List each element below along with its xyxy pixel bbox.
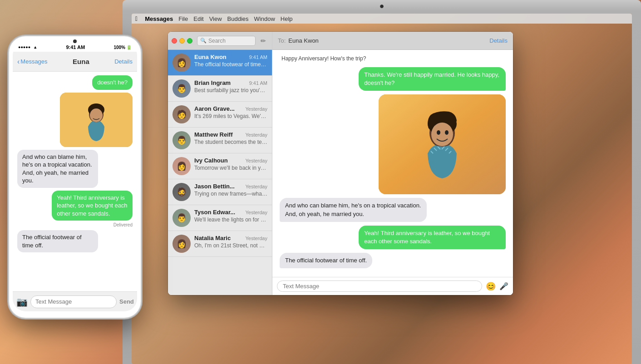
conv-time-aaron: Yesterday: [245, 106, 267, 112]
back-button[interactable]: ‹ Messages: [17, 58, 48, 66]
chat-area: To: Euna Kwon Details Happy Anniversary!…: [272, 32, 513, 295]
conv-name-natalia: Natalia Maric: [194, 235, 231, 241]
battery-label: 100%: [113, 45, 125, 50]
chat-messages: Happy Anniversary! How's the trip? Thank…: [272, 50, 513, 277]
conversation-item-brian[interactable]: 👨 Brian Ingram 9:41 AM Best surfabilly j…: [168, 76, 272, 102]
iphone-messages: doesn't he? And who can blame him, he's …: [13, 72, 137, 286]
conv-info-tyson: Tyson Edwar... Yesterday We'll leave the…: [194, 209, 267, 223]
minimize-button[interactable]: [179, 38, 185, 44]
menu-buddies[interactable]: Buddies: [227, 15, 249, 22]
avatar-brian: 👨: [173, 79, 191, 98]
avatar-natalia: 👩: [173, 235, 191, 253]
battery-indicator: 100% 🔋: [113, 45, 132, 50]
iphone-photo: [60, 93, 133, 147]
avatar-matthew: 👨: [173, 131, 191, 149]
iphone-bubble-blame: And who can blame him, he's on a tropica…: [17, 150, 98, 188]
iphone-contact-name: Euna: [73, 58, 89, 65]
conv-time-jason: Yesterday: [245, 184, 267, 189]
compose-button[interactable]: ✏: [258, 36, 268, 46]
menu-window[interactable]: Window: [254, 15, 275, 22]
conv-name-euna: Euna Kwon: [194, 54, 227, 60]
svg-point-5: [437, 130, 440, 135]
iphone-send-button[interactable]: Send: [119, 298, 134, 305]
svg-point-4: [431, 123, 453, 146]
mac-screen:  Messages File Edit View Buddies Window…: [132, 14, 632, 364]
to-label: To:: [278, 37, 286, 44]
iphone-bubble-footwear: The official footwear of time off.: [17, 230, 98, 252]
conversation-item-aaron[interactable]: 🧑 Aaron Grave... Yesterday It's 269 mile…: [168, 102, 272, 128]
iphone-details-button[interactable]: Details: [114, 58, 133, 65]
menu-edit[interactable]: Edit: [193, 15, 203, 22]
chat-photo: [379, 94, 506, 194]
conv-name-brian: Brian Ingram: [194, 79, 231, 86]
details-button[interactable]: Details: [489, 37, 508, 44]
iphone-nav-bar: ‹ Messages Euna Details: [13, 52, 137, 72]
chat-recipient: Euna Kwon: [288, 37, 489, 44]
avatar-jason: 🧔: [173, 183, 191, 201]
apple-menu[interactable]: : [135, 15, 138, 22]
search-icon: 🔍: [200, 38, 207, 44]
conversation-item-ivy[interactable]: 👩 Ivy Calhoun Yesterday Tomorrow we'll b…: [168, 153, 272, 179]
chat-bubble-thanks: Thanks. We're still happily married. He …: [359, 67, 506, 91]
conv-preview-brian: Best surfabilly jazz trio you've ever he…: [194, 87, 267, 93]
sidebar-toolbar: 🔍 Search ✏: [168, 32, 272, 50]
conv-preview-aaron: It's 269 miles to Vegas. We've got a ful…: [194, 113, 267, 119]
chat-text-input[interactable]: [277, 280, 482, 292]
menu-file[interactable]: File: [178, 15, 188, 22]
conversations-sidebar: 🔍 Search ✏ 👩 Euna Kwon 9: [168, 32, 272, 295]
conversation-item-tyson[interactable]: 👨 Tyson Edwar... Yesterday We'll leave t…: [168, 205, 272, 231]
iphone-camera: [73, 39, 77, 43]
conv-info-ivy: Ivy Calhoun Yesterday Tomorrow we'll be …: [194, 157, 267, 171]
signal-bars: ●●●●●: [18, 45, 30, 49]
iphone-frame: ●●●●● ▲ 9:41 AM 100% 🔋 ‹ Messages Euna D…: [9, 36, 141, 318]
emoji-button[interactable]: 😊: [486, 281, 496, 291]
svg-point-10: [90, 108, 103, 122]
conv-time-natalia: Yesterday: [245, 236, 267, 241]
search-bar[interactable]: 🔍 Search: [197, 36, 256, 46]
iphone-camera-button[interactable]: 📷: [16, 296, 28, 307]
conv-time-tyson: Yesterday: [245, 210, 267, 215]
conversation-item-euna[interactable]: 👩 Euna Kwon 9:41 AM The official footwea…: [168, 50, 272, 76]
back-label: Messages: [20, 58, 47, 65]
conv-preview-euna: The official footwear of time off.: [194, 61, 267, 68]
iphone-input-bar: 📷 Send: [13, 291, 137, 311]
conv-info-euna: Euna Kwon 9:41 AM The official footwear …: [194, 54, 267, 68]
conversation-item-matthew[interactable]: 👨 Matthew Reiff Yesterday The student be…: [168, 128, 272, 153]
messages-window: 🔍 Search ✏ 👩 Euna Kwon 9: [168, 32, 513, 295]
conv-time-brian: 9:41 AM: [249, 80, 267, 86]
conv-name-jason: Jason Bettin...: [194, 183, 235, 190]
menu-view[interactable]: View: [209, 15, 222, 22]
delivered-status: Delivered: [17, 222, 133, 227]
chat-bubble-anniversary: Yeah! Third anniversary is leather, so w…: [359, 226, 506, 249]
chat-bubble-footwear: The official footwear of time off.: [280, 253, 372, 268]
iphone-text-input[interactable]: [30, 295, 117, 308]
chat-message-anniversary: Happy Anniversary! How's the trip?: [280, 55, 506, 62]
conv-preview-matthew: The student becomes the teacher. And vic…: [194, 139, 267, 145]
mac-laptop-frame:  Messages File Edit View Buddies Window…: [123, 0, 641, 364]
microphone-button[interactable]: 🎤: [499, 282, 508, 290]
conv-time-ivy: Yesterday: [245, 158, 267, 163]
wifi-icon: ▲: [33, 45, 37, 49]
conversation-item-natalia[interactable]: 👩 Natalia Maric Yesterday Oh, I'm on 21s…: [168, 231, 272, 257]
battery-icon: 🔋: [126, 45, 132, 50]
svg-point-6: [445, 130, 449, 135]
conversation-item-jason[interactable]: 🧔 Jason Bettin... Yesterday Trying on ne…: [168, 179, 272, 205]
search-placeholder-text: Search: [208, 38, 226, 44]
maximize-button[interactable]: [187, 38, 192, 44]
conv-time-matthew: Yesterday: [245, 132, 267, 138]
chat-bubble-blame: And who can blame him, he's on a tropica…: [280, 198, 427, 221]
conversation-list: 👩 Euna Kwon 9:41 AM The official footwea…: [168, 50, 272, 295]
iphone-screen: ●●●●● ▲ 9:41 AM 100% 🔋 ‹ Messages Euna D…: [13, 43, 137, 311]
iphone-status-bar: ●●●●● ▲ 9:41 AM 100% 🔋: [13, 43, 137, 52]
iphone-bubble-doesnt-he: doesn't he?: [92, 75, 133, 90]
traffic-lights: [172, 38, 192, 44]
conv-name-aaron: Aaron Grave...: [194, 105, 235, 112]
conv-preview-natalia: Oh, I'm on 21st Street, not 21st Avenue.: [194, 242, 267, 249]
back-chevron-icon: ‹: [17, 58, 20, 66]
menu-bar:  Messages File Edit View Buddies Window…: [132, 14, 632, 24]
menu-help[interactable]: Help: [281, 15, 293, 22]
signal-indicators: ●●●●● ▲: [18, 45, 37, 49]
close-button[interactable]: [172, 38, 177, 44]
conv-info-natalia: Natalia Maric Yesterday Oh, I'm on 21st …: [194, 235, 267, 249]
conv-preview-jason: Trying on new frames—what do you think o…: [194, 191, 267, 197]
